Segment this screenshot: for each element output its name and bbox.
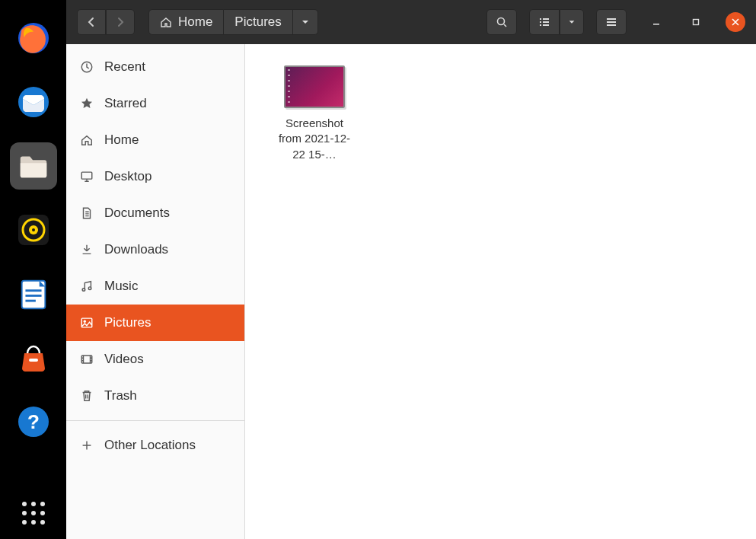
svg-point-37	[88, 287, 91, 290]
dock-software[interactable]	[10, 334, 57, 381]
svg-point-21	[40, 520, 45, 525]
sidebar-item-label: Recent	[104, 59, 145, 75]
pictures-icon	[80, 316, 94, 330]
svg-point-15	[40, 502, 45, 506]
dock-libreoffice-writer[interactable]	[10, 270, 57, 317]
home-icon	[160, 16, 172, 28]
forward-button[interactable]	[106, 9, 135, 35]
svg-rect-25	[540, 21, 541, 23]
sidebar-item-label: Desktop	[104, 169, 152, 184]
svg-point-14	[31, 502, 36, 506]
search-icon	[496, 16, 508, 28]
svg-rect-7	[25, 289, 41, 292]
sidebar-item-label: Other Locations	[104, 438, 196, 453]
svg-point-13	[22, 502, 27, 506]
sidebar-trash[interactable]: Trash	[66, 378, 244, 414]
view-list-button[interactable]	[529, 9, 560, 35]
dock-show-apps[interactable]	[0, 499, 66, 527]
svg-point-17	[31, 511, 36, 515]
svg-point-18	[40, 511, 45, 515]
view-dropdown-button[interactable]	[560, 9, 584, 35]
path-home[interactable]: Home	[148, 9, 224, 35]
sidebar-item-label: Starred	[104, 96, 147, 111]
chevron-down-icon	[301, 18, 310, 27]
svg-rect-8	[25, 295, 41, 297]
home-icon	[80, 133, 94, 147]
sidebar-other-locations[interactable]: Other Locations	[66, 427, 244, 464]
dock-help[interactable]: ?	[10, 398, 57, 445]
file-thumbnail	[284, 65, 345, 108]
chevron-down-icon	[568, 16, 576, 28]
sidebar-home[interactable]: Home	[66, 122, 244, 158]
sidebar-documents[interactable]: Documents	[66, 195, 244, 231]
sidebar-starred[interactable]: Starred	[66, 85, 244, 122]
svg-rect-33	[694, 20, 699, 25]
svg-rect-32	[653, 24, 659, 25]
plus-icon	[80, 439, 94, 452]
path-dropdown[interactable]	[293, 9, 318, 35]
sidebar-pictures[interactable]: Pictures	[66, 305, 244, 341]
sidebar-item-label: Pictures	[104, 315, 151, 330]
dock-rhythmbox[interactable]	[10, 206, 57, 254]
titlebar: Home Pictures	[66, 0, 756, 44]
music-icon	[80, 279, 94, 293]
svg-rect-26	[543, 21, 549, 23]
svg-point-19	[22, 520, 27, 525]
list-icon	[538, 16, 550, 28]
svg-rect-35	[81, 172, 92, 179]
search-button[interactable]	[486, 9, 517, 35]
svg-rect-27	[540, 24, 541, 26]
svg-point-20	[31, 520, 36, 525]
svg-point-39	[84, 321, 86, 323]
maximize-button[interactable]	[686, 12, 706, 32]
svg-point-22	[498, 18, 505, 25]
svg-point-5	[32, 228, 35, 231]
back-button[interactable]	[77, 9, 106, 35]
svg-point-16	[22, 511, 27, 515]
svg-rect-23	[540, 18, 541, 20]
path-pictures-label: Pictures	[234, 14, 281, 30]
desktop-icon	[80, 170, 94, 183]
files-window: Home Pictures	[66, 0, 756, 539]
minimize-button[interactable]	[646, 12, 666, 32]
sidebar-item-label: Home	[104, 132, 139, 148]
clock-icon	[80, 60, 94, 74]
svg-rect-29	[607, 18, 616, 20]
dock-thunderbird[interactable]	[10, 78, 57, 126]
sidebar-item-label: Videos	[104, 352, 144, 367]
sidebar-item-label: Downloads	[104, 242, 168, 257]
svg-point-36	[82, 289, 85, 292]
sidebar-music[interactable]: Music	[66, 268, 244, 305]
downloads-icon	[80, 243, 94, 257]
path-pictures[interactable]: Pictures	[224, 9, 292, 35]
sidebar-item-label: Documents	[104, 206, 170, 221]
dock: ?	[0, 0, 66, 539]
path-home-label: Home	[178, 14, 212, 30]
svg-rect-10	[29, 359, 38, 362]
svg-rect-28	[543, 24, 549, 26]
star-icon	[80, 97, 94, 110]
svg-rect-24	[543, 18, 549, 20]
file-item-screenshot[interactable]: Screenshot from 2021-12-22 15-…	[273, 65, 356, 162]
file-name-label: Screenshot from 2021-12-22 15-…	[273, 116, 356, 162]
sidebar-separator	[66, 420, 244, 421]
hamburger-icon	[605, 16, 617, 28]
sidebar-item-label: Trash	[104, 388, 137, 403]
sidebar-desktop[interactable]: Desktop	[66, 158, 244, 195]
svg-rect-30	[607, 21, 616, 23]
svg-rect-9	[25, 300, 35, 302]
close-button[interactable]	[726, 12, 745, 32]
svg-rect-31	[607, 24, 616, 26]
file-grid: Screenshot from 2021-12-22 15-…	[245, 44, 756, 539]
trash-icon	[80, 389, 94, 403]
sidebar-downloads[interactable]: Downloads	[66, 231, 244, 268]
sidebar: Recent Starred Home Desktop Documents Do…	[66, 44, 245, 539]
dock-files[interactable]	[10, 142, 57, 190]
sidebar-videos[interactable]: Videos	[66, 341, 244, 378]
videos-icon	[80, 352, 94, 366]
dock-firefox[interactable]	[10, 14, 57, 62]
hamburger-menu-button[interactable]	[596, 9, 627, 35]
sidebar-item-label: Music	[104, 279, 138, 294]
sidebar-recent[interactable]: Recent	[66, 49, 244, 85]
svg-text:?: ?	[27, 410, 40, 433]
